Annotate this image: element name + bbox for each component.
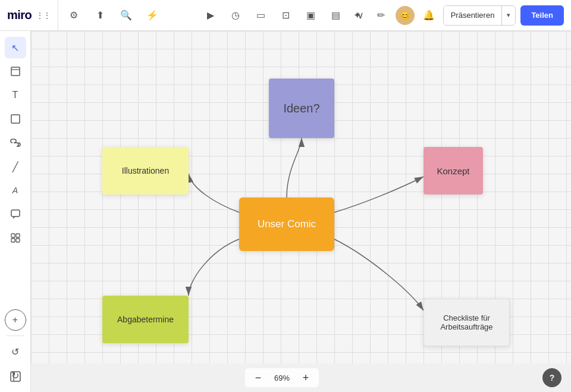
svg-rect-6: [16, 234, 20, 237]
sidebar-item-draw[interactable]: ╱: [5, 156, 26, 177]
node-illustrations[interactable]: Illustrationen: [102, 147, 189, 195]
grid-tool[interactable]: ▣: [301, 6, 320, 25]
node-center-label: Unser Comic: [258, 218, 316, 230]
svg-rect-7: [11, 239, 15, 242]
logo-dropdown[interactable]: ⋮⋮: [36, 11, 51, 20]
node-konzept[interactable]: Konzept: [423, 147, 483, 195]
play-tool[interactable]: ▶: [201, 6, 220, 25]
svg-rect-2: [11, 115, 20, 123]
node-checkliste-label: Checkliste für Arbeitsaufträge: [424, 313, 509, 331]
present-button[interactable]: Präsentieren ▾: [443, 5, 516, 26]
logo-area: miro ⋮⋮: [0, 0, 58, 30]
right-tools: ✦ ✏ 😊 🔔 Präsentieren ▾ Teilen: [341, 5, 571, 26]
help-button[interactable]: ?: [542, 368, 561, 387]
center-tools: ▶ ◷ ▭ ⊡ ▣ ▤ ∨: [201, 0, 370, 30]
sidebar-item-font[interactable]: A: [5, 180, 26, 201]
left-tools: ⚙ ⬆ 🔍 ⚡: [58, 0, 168, 30]
present-caret: ▾: [501, 6, 515, 25]
logo[interactable]: miro: [7, 8, 32, 22]
avatar[interactable]: 😊: [396, 6, 415, 25]
node-abgabetermine[interactable]: Abgabetermine: [102, 296, 189, 343]
present-label: Präsentieren: [444, 6, 502, 25]
search-tool[interactable]: ⚡: [144, 7, 161, 24]
sidebar-item-add[interactable]: +: [5, 309, 26, 331]
settings-tool[interactable]: ⬆: [92, 7, 108, 24]
sidebar-item-undo[interactable]: ↺: [5, 341, 26, 362]
svg-rect-0: [11, 67, 20, 76]
fullscreen-tool[interactable]: ⊡: [276, 6, 295, 25]
zoom-level[interactable]: 69%: [271, 374, 293, 382]
node-illustrations-label: Illustrationen: [122, 166, 169, 175]
notifications-icon[interactable]: 🔔: [419, 6, 438, 25]
list-tool[interactable]: ▤: [326, 6, 345, 25]
sidebar-item-comment[interactable]: [5, 203, 26, 225]
panel-toggle[interactable]: [10, 371, 21, 385]
zoom-controls: − 69% +: [245, 368, 319, 387]
zoom-out-button[interactable]: −: [251, 371, 265, 385]
more-tool[interactable]: ∨: [351, 6, 370, 25]
sidebar-item-cursor[interactable]: ↖: [5, 37, 26, 58]
node-abgabetermine-label: Abgabetermine: [117, 315, 174, 324]
sidebar-item-arrange[interactable]: [5, 227, 26, 249]
bottom-toolbar: − 69% + ?: [0, 363, 571, 392]
sidebar-divider: [7, 335, 24, 336]
node-center[interactable]: Unser Comic: [239, 197, 334, 251]
node-ideas-label: Ideen?: [283, 102, 319, 115]
svg-rect-8: [16, 239, 20, 242]
left-sidebar: ↖ T ╱ A + ↺ ↻: [0, 31, 31, 392]
sidebar-item-links[interactable]: [5, 132, 26, 153]
share-button[interactable]: Teilen: [520, 5, 564, 26]
node-checkliste[interactable]: Checkliste für Arbeitsaufträge: [423, 299, 510, 346]
node-konzept-label: Konzept: [437, 166, 469, 176]
zoom-in-button[interactable]: +: [299, 371, 313, 385]
sidebar-item-text[interactable]: T: [5, 84, 26, 106]
share-tool[interactable]: 🔍: [118, 7, 134, 24]
frame-tool[interactable]: ▭: [251, 6, 270, 25]
svg-rect-4: [11, 210, 20, 217]
undo-tool[interactable]: ⚙: [65, 7, 82, 24]
sidebar-item-sticky[interactable]: [5, 108, 26, 130]
node-ideas[interactable]: Ideen?: [269, 79, 334, 138]
timer-tool[interactable]: ◷: [226, 6, 245, 25]
svg-rect-5: [11, 234, 15, 237]
canvas[interactable]: Unser Comic Ideen? Illustrationen Konzep…: [31, 31, 571, 363]
top-toolbar: miro ⋮⋮ ⚙ ⬆ 🔍 ⚡ ▶ ◷ ▭ ⊡ ▣ ▤ ∨ ✦ ✏ 😊 🔔 Pr…: [0, 0, 571, 31]
sidebar-item-frames[interactable]: [5, 61, 26, 82]
svg-rect-10: [11, 372, 20, 381]
collab-tool[interactable]: ✏: [372, 6, 391, 25]
